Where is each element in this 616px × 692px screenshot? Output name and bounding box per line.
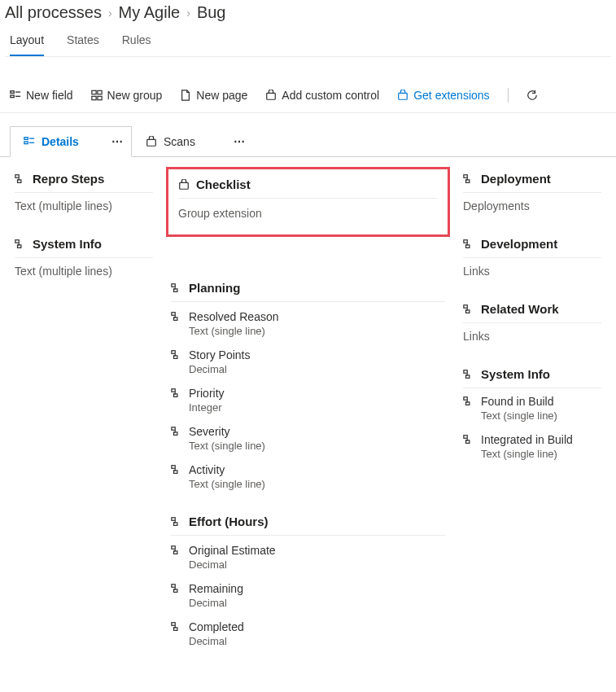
group-system-info-right[interactable]: System Info Found in BuildText (single l… — [463, 367, 601, 460]
group-related-work[interactable]: Related Work Links — [463, 302, 601, 343]
page-tab-details[interactable]: Details ⋯ — [10, 126, 132, 157]
add-custom-control-button[interactable]: Add custom control — [265, 89, 379, 102]
group-title: Effort (Hours) — [189, 515, 269, 528]
new-field-label: New field — [26, 89, 73, 102]
page-tab-scans[interactable]: Scans ⋯ — [132, 126, 254, 157]
group-meta: Text (multiple lines) — [15, 265, 153, 278]
group-checklist[interactable]: Checklist Group extension — [178, 177, 438, 220]
field-icon — [171, 464, 182, 475]
chevron-right-icon: › — [108, 7, 112, 20]
group-title: Related Work — [481, 302, 559, 316]
new-group-label: New group — [107, 89, 163, 102]
field-item[interactable]: Integrated in BuildText (single line) — [463, 433, 601, 460]
group-system-info-left[interactable]: System Info Text (multiple lines) — [15, 237, 153, 278]
group-title: Development — [481, 237, 557, 251]
field-icon — [463, 304, 474, 315]
field-name: Activity — [189, 463, 225, 476]
field-icon — [171, 426, 182, 437]
get-extensions-label: Get extensions — [413, 89, 489, 102]
field-icon — [463, 434, 474, 445]
field-icon — [463, 239, 474, 250]
group-title: Deployment — [481, 172, 551, 186]
group-planning[interactable]: Planning Resolved ReasonText (single lin… — [171, 281, 445, 490]
field-icon — [463, 396, 474, 407]
effort-fields: Original EstimateDecimalRemainingDecimal… — [171, 544, 445, 647]
tab-layout[interactable]: Layout — [10, 33, 44, 56]
group-meta: Links — [463, 265, 601, 278]
tab-states[interactable]: States — [67, 33, 99, 56]
toolbar: New field New group New page Add custom … — [0, 78, 616, 113]
field-icon — [15, 239, 26, 250]
refresh-button[interactable] — [526, 90, 538, 101]
field-name: Story Points — [189, 348, 250, 361]
new-group-button[interactable]: New group — [91, 89, 163, 102]
new-page-button[interactable]: New page — [180, 89, 247, 102]
field-icon — [171, 621, 182, 633]
field-type: Integer — [189, 401, 445, 414]
highlight-checklist: Checklist Group extension — [166, 167, 450, 237]
breadcrumb-root[interactable]: All processes — [5, 3, 102, 22]
field-item[interactable]: Story PointsDecimal — [171, 348, 445, 375]
group-effort[interactable]: Effort (Hours) Original EstimateDecimalR… — [171, 515, 445, 647]
field-type: Decimal — [189, 558, 445, 571]
field-type: Text (single line) — [189, 478, 445, 490]
page-tabs: Details ⋯ Scans ⋯ — [0, 113, 616, 157]
group-title: Repro Steps — [33, 172, 104, 186]
field-item[interactable]: SeverityText (single line) — [171, 425, 445, 452]
tab-rules[interactable]: Rules — [122, 33, 151, 56]
field-icon — [171, 311, 182, 322]
system-info-fields: Found in BuildText (single line)Integrat… — [463, 395, 601, 460]
field-item[interactable]: CompletedDecimal — [171, 620, 445, 647]
field-icon — [171, 583, 182, 594]
field-type: Decimal — [189, 363, 445, 375]
field-type: Decimal — [189, 635, 445, 647]
group-meta: Text (multiple lines) — [15, 199, 153, 212]
page-header: All processes › My Agile › Bug Layout St… — [0, 0, 616, 67]
group-title: Planning — [189, 281, 240, 295]
field-item[interactable]: PriorityInteger — [171, 387, 445, 414]
group-development[interactable]: Development Links — [463, 237, 601, 278]
right-column: Deployment Deployments Development Links… — [463, 172, 601, 460]
field-name: Original Estimate — [189, 544, 276, 557]
get-extensions-link[interactable]: Get extensions — [397, 89, 489, 102]
field-type: Text (single line) — [189, 440, 445, 452]
group-title: System Info — [33, 237, 102, 251]
bag-icon — [265, 90, 277, 101]
field-icon — [171, 388, 182, 399]
field-item[interactable]: RemainingDecimal — [171, 582, 445, 609]
group-repro-steps[interactable]: Repro Steps Text (multiple lines) — [15, 172, 153, 212]
separator — [508, 88, 509, 103]
field-item[interactable]: Resolved ReasonText (single line) — [171, 310, 445, 337]
left-column: Repro Steps Text (multiple lines) System… — [15, 172, 153, 278]
add-custom-control-label: Add custom control — [282, 89, 379, 102]
field-name: Integrated in Build — [481, 433, 573, 446]
field-item[interactable]: ActivityText (single line) — [171, 463, 445, 490]
breadcrumb-parent[interactable]: My Agile — [119, 3, 181, 22]
field-type: Text (single line) — [481, 410, 601, 422]
field-name: Resolved Reason — [189, 310, 279, 323]
bag-icon — [146, 136, 157, 147]
new-field-button[interactable]: New field — [10, 89, 73, 102]
more-icon[interactable]: ⋯ — [111, 135, 123, 148]
bag-icon — [397, 90, 408, 101]
subtabs: Layout States Rules — [5, 22, 611, 57]
field-icon — [463, 173, 474, 185]
new-page-label: New page — [196, 89, 247, 102]
field-item[interactable]: Found in BuildText (single line) — [463, 395, 601, 422]
group-deployment[interactable]: Deployment Deployments — [463, 172, 601, 212]
field-item[interactable]: Original EstimateDecimal — [171, 544, 445, 571]
form-icon — [24, 136, 35, 147]
field-icon — [171, 282, 182, 294]
field-type: Decimal — [189, 597, 445, 609]
field-name: Severity — [189, 425, 230, 438]
chevron-right-icon: › — [186, 7, 190, 20]
more-icon[interactable]: ⋯ — [234, 135, 245, 148]
field-type: Text (single line) — [481, 448, 601, 460]
field-name: Remaining — [189, 582, 243, 595]
page-tab-details-label: Details — [42, 135, 79, 148]
group-icon — [91, 90, 103, 101]
field-name: Priority — [189, 387, 225, 400]
field-icon — [463, 369, 474, 380]
group-meta: Deployments — [463, 199, 601, 212]
page-tab-scans-label: Scans — [164, 135, 195, 148]
